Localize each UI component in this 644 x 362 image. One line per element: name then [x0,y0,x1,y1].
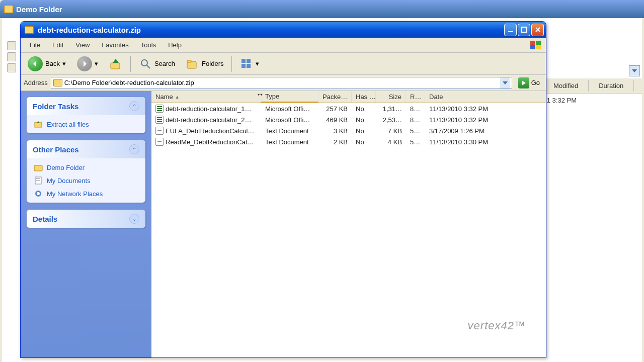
svg-rect-6 [111,63,120,69]
col-date[interactable]: Date [425,91,546,103]
file-size: 4 KB [376,137,406,147]
file-row[interactable]: debt-reduction-calculator_1…Microsoft Of… [151,103,546,114]
file-ratio: 56% [406,126,425,136]
svg-rect-13 [242,64,246,68]
file-type: Text Document [261,126,318,136]
extract-icon [34,120,43,128]
address-dropdown[interactable] [501,77,510,88]
folder-tasks-header[interactable]: Folder Tasks ⌃ [27,97,145,115]
back-arrow-icon [28,56,43,71]
file-ratio: 82% [406,115,425,125]
place-label: My Network Places [47,190,103,198]
maximize-button[interactable] [518,24,530,36]
folder-icon [34,163,43,171]
file-date: 11/13/2010 3:32 PM [425,104,546,114]
place-label: Demo Folder [47,164,85,171]
window-title: debt-reduction-calculator.zip [38,26,500,34]
up-button[interactable] [105,55,126,72]
parent-address-dropdown[interactable] [629,65,640,76]
window-body: Folder Tasks ⌃ Extract all files Other P… [21,91,546,357]
folders-button[interactable]: Folders [182,55,227,72]
details-title: Details [33,215,57,223]
sort-asc-icon: ▲ [175,95,180,100]
address-input[interactable] [64,79,499,86]
file-date: 11/13/2010 3:30 PM [425,137,546,147]
search-icon [139,57,152,70]
collapse-icon: ⌃ [129,101,139,111]
parent-titlebar: Demo Folder [0,0,644,18]
network-icon [34,190,43,198]
column-headers: Name ▲ Type Packe… Has … Size R… Date ↔ [151,91,546,103]
chevron-down-icon: ▾ [95,60,98,67]
chevron-down-icon: ▾ [256,60,259,67]
col-packed[interactable]: Packe… [318,91,352,103]
address-field-wrap [51,77,512,89]
other-places-header[interactable]: Other Places ⌃ [27,140,145,158]
explorer-window: debt-reduction-calculator.zip File Edit … [20,21,546,358]
menu-view[interactable]: View [69,39,96,51]
file-icon [155,127,164,135]
col-type[interactable]: Type [261,91,318,103]
place-my-documents[interactable]: My Documents [34,176,138,185]
forward-button[interactable]: ▾ [73,54,102,73]
file-packed: 2 KB [318,137,352,147]
folders-label: Folders [202,60,223,67]
col-has-label: Has … [356,93,376,101]
file-size: 2,53… [376,115,406,125]
close-button[interactable] [531,24,544,36]
menubar: File Edit View Favorites Tools Help [21,38,546,53]
other-places-title: Other Places [33,145,79,154]
details-panel: Details ⌄ [27,210,145,228]
parent-left-item [7,41,16,50]
svg-rect-0 [508,31,513,32]
parent-col-duration[interactable]: Duration [589,80,634,92]
place-network[interactable]: My Network Places [34,190,138,198]
go-label: Go [531,79,540,86]
menu-tools[interactable]: Tools [135,39,162,51]
forward-arrow-icon [77,56,92,71]
chevron-down-icon: ▾ [62,60,66,67]
file-row[interactable]: ReadMe_DebtReductionCal…Text Document2 K… [151,136,546,147]
file-type: Microsoft Offi… [261,104,318,114]
file-has: No [352,137,376,147]
minimize-button[interactable] [504,24,517,36]
parent-col-modified[interactable]: Modified [543,80,589,92]
go-button[interactable]: Go [515,76,543,89]
up-folder-icon [109,57,122,70]
file-row[interactable]: EULA_DebtReductionCalcul…Text Document3 … [151,125,546,136]
file-row[interactable]: debt-reduction-calculator_2…Microsoft Of… [151,114,546,125]
windows-flag-icon[interactable] [529,39,543,51]
menu-edit[interactable]: Edit [46,39,69,51]
search-button[interactable]: Search [135,55,179,72]
svg-rect-10 [187,60,191,62]
col-size[interactable]: Size [376,91,406,103]
col-name[interactable]: Name ▲ [151,91,261,103]
menu-favorites[interactable]: Favorites [96,39,134,51]
svg-line-8 [147,65,150,68]
views-button[interactable]: ▾ [236,55,263,72]
menu-help[interactable]: Help [162,39,188,51]
file-name: EULA_DebtReductionCalcul… [166,127,254,135]
place-label: My Documents [47,177,91,185]
file-name: debt-reduction-calculator_2… [166,116,252,124]
file-has: No [352,126,376,136]
col-ratio[interactable]: R… [406,91,425,103]
file-type: Microsoft Offi… [261,115,318,125]
menu-file[interactable]: File [24,39,46,51]
file-packed: 257 KB [318,104,352,114]
col-date-label: Date [429,93,443,101]
svg-point-7 [141,60,147,66]
col-r-label: R… [410,93,421,101]
details-header[interactable]: Details ⌄ [27,210,145,228]
col-has[interactable]: Has … [352,91,376,103]
parent-left-strip [7,41,21,72]
file-date: 11/13/2010 3:32 PM [425,115,546,125]
col-packed-label: Packe… [323,93,347,101]
file-packed: 469 KB [318,115,352,125]
titlebar[interactable]: debt-reduction-calculator.zip [21,22,546,38]
back-button[interactable]: Back ▾ [24,54,70,73]
views-icon [240,57,253,70]
place-demo-folder[interactable]: Demo Folder [34,163,138,171]
file-packed: 3 KB [318,126,352,136]
extract-all-link[interactable]: Extract all files [34,120,138,128]
